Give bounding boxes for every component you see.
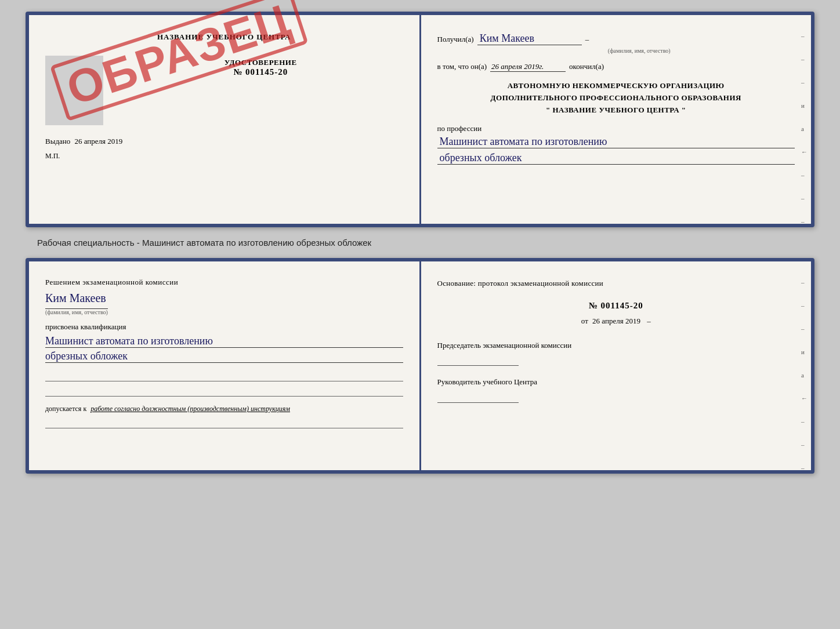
org-line1: АВТОНОМНУЮ НЕКОММЕРЧЕСКУЮ ОРГАНИЗАЦИЮ	[437, 80, 795, 92]
chairman-label: Председатель экзаменационной комиссии	[437, 340, 795, 351]
chairman-sig-line	[437, 354, 519, 366]
org-block: АВТОНОМНУЮ НЕКОММЕРЧЕСКУЮ ОРГАНИЗАЦИЮ ДО…	[437, 80, 795, 116]
profession-label: по профессии	[437, 124, 795, 133]
assigned-label: присвоена квалификация	[45, 322, 403, 332]
cert-back-right: Основание: протокол экзаменационной коми…	[421, 261, 812, 470]
protocol-date-prefix: от	[581, 317, 588, 325]
right-edge-marks: – – – и а ← – – –	[801, 32, 808, 225]
top-certificate-spread: НАЗВАНИЕ УЧЕБНОГО ЦЕНТРА ОБРАЗЕЦ УДОСТОВ…	[26, 12, 814, 227]
director-sig-line	[437, 391, 519, 403]
blank-line-1	[45, 371, 403, 381]
profession-line1: Машинист автомата по изготовлению	[437, 136, 795, 148]
cert-back-left: Решением экзаменационной комиссии Ким Ма…	[29, 261, 421, 470]
blank-line-2	[45, 386, 403, 397]
decision-header: Решением экзаменационной комиссии	[45, 278, 403, 287]
completion-date: 26 апреля 2019г.	[490, 62, 566, 72]
received-line: Получил(а) Ким Макеев –	[437, 32, 795, 45]
basis-header: Основание: протокол экзаменационной коми…	[437, 278, 795, 289]
issued-date: 26 апреля 2019	[75, 137, 123, 146]
allowed-text: допускается к работе согласно должностны…	[45, 405, 403, 413]
protocol-date: от 26 апреля 2019 –	[437, 317, 795, 326]
mp-label: М.П.	[45, 152, 403, 161]
allowed-blank	[45, 418, 403, 428]
director-block: Руководитель учебного Центра	[437, 376, 795, 403]
issued-row: Выдано 26 апреля 2019	[45, 137, 403, 146]
qualification-line1: Машинист автомата по изготовлению	[45, 335, 403, 348]
profession-line2: обрезных обложек	[437, 152, 795, 165]
name-subtitle-top: (фамилия, имя, отчество)	[484, 48, 795, 54]
allowed-italic: работе согласно должностным (производств…	[90, 405, 290, 413]
back-name-subtitle: (фамилия, имя, отчество)	[45, 308, 108, 315]
recipient-name: Ким Макеев	[477, 32, 582, 45]
org-line3: " НАЗВАНИЕ УЧЕБНОГО ЦЕНТРА "	[437, 104, 795, 117]
back-right-edge-marks: – – – и а ← – – –	[801, 279, 808, 471]
chairman-block: Председатель экзаменационной комиссии	[437, 340, 795, 366]
org-line2: ДОПОЛНИТЕЛЬНОГО ПРОФЕССИОНАЛЬНОГО ОБРАЗО…	[437, 92, 795, 104]
cert-front-right: Получил(а) Ким Макеев – (фамилия, имя, о…	[421, 15, 812, 224]
back-recipient-name: Ким Макеев	[45, 292, 403, 305]
dash: –	[585, 35, 589, 44]
qualification-line2: обрезных обложек	[45, 350, 403, 363]
finished-label: окончил(а)	[569, 62, 604, 71]
photo-placeholder	[45, 56, 103, 125]
allowed-prefix: допускается к	[45, 405, 86, 413]
cert-front-left: НАЗВАНИЕ УЧЕБНОГО ЦЕНТРА ОБРАЗЕЦ УДОСТОВ…	[29, 15, 421, 224]
received-prefix: Получил(а)	[437, 35, 474, 44]
in-that-row: в том, что он(а) 26 апреля 2019г. окончи…	[437, 62, 795, 72]
caption-text: Рабочая специальность - Машинист автомат…	[37, 238, 371, 248]
protocol-date-value: 26 апреля 2019	[592, 317, 640, 325]
in-that-prefix: в том, что он(а)	[437, 62, 487, 71]
cert-label: УДОСТОВЕРЕНИЕ	[118, 58, 403, 67]
cert-school-title: НАЗВАНИЕ УЧЕБНОГО ЦЕНТРА	[45, 32, 403, 42]
director-label: Руководитель учебного Центра	[437, 376, 795, 388]
issued-label: Выдано	[45, 137, 70, 146]
protocol-number: № 001145-20	[437, 301, 795, 311]
bottom-certificate-spread: Решением экзаменационной комиссии Ким Ма…	[26, 258, 814, 474]
cert-number: № 001145-20	[118, 67, 403, 77]
